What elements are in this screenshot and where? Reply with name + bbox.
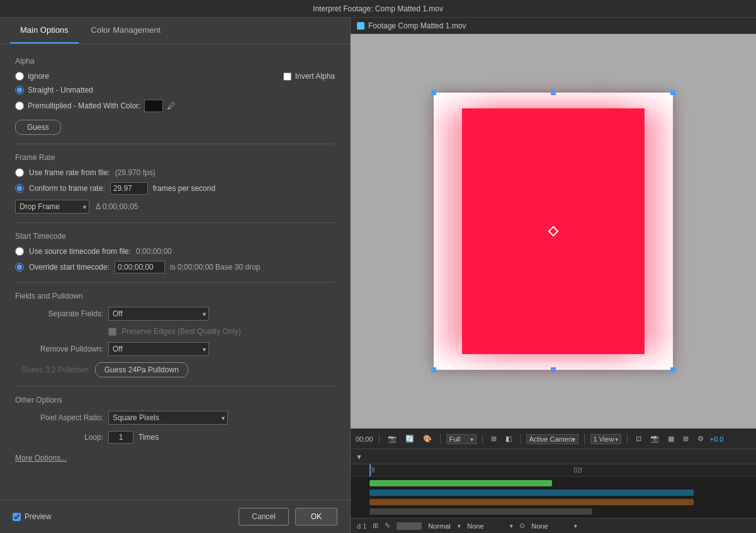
view-select[interactable]: 1 View 2 Views 4 Views	[590, 434, 621, 444]
separate-fields-label: Separate Fields:	[15, 309, 103, 318]
quality-select[interactable]: Full Half Third Quarter	[446, 434, 477, 444]
loop-label: Loop:	[15, 433, 103, 442]
override-timecode-input[interactable]	[115, 261, 165, 273]
override-radio[interactable]	[15, 263, 24, 272]
alpha-straight-radio[interactable]	[15, 86, 24, 95]
fields-heading: Fields and Pulldown	[15, 292, 335, 301]
preserve-edges-row: Preserve Edges (Best Quality Only)	[15, 327, 335, 336]
use-from-file-row: Use frame rate from file: (29.970 fps)	[15, 168, 335, 177]
override-timecode-row: Override start timecode: is 0;00;00;00 B…	[15, 261, 335, 273]
timeline-panel: ▼ 0f 02f	[351, 449, 756, 518]
grid-icon[interactable]: ⊞	[488, 433, 499, 444]
preserve-edges-label: Preserve Edges (Best Quality Only)	[121, 327, 240, 336]
fps-input[interactable]	[110, 182, 148, 195]
timeline-top-bar: ▼	[351, 449, 756, 464]
pulldown-buttons-row: Guess 3:2 Pulldown Guess 24Pa Pulldown	[15, 362, 335, 377]
timeline-ruler: 0f 02f	[351, 464, 756, 477]
handle-bottom-left	[431, 367, 436, 372]
track-row-1	[351, 479, 756, 488]
timecode-is-info: is 0;00;00;00 Base 30 drop	[170, 263, 260, 272]
guess-button[interactable]: Guess	[15, 120, 61, 135]
channels-icon[interactable]: ◧	[503, 433, 514, 444]
ctrl-sep-6	[627, 434, 628, 444]
start-timecode-heading: Start Timecode	[15, 232, 335, 241]
ctrl-sep-1	[379, 434, 380, 444]
loop-icon[interactable]: 🔄	[403, 433, 417, 444]
track-matte-2-wrapper: None Alpha Matte ▾	[531, 522, 577, 530]
invert-alpha-label: Invert Alpha	[295, 72, 335, 81]
drop-frame-select[interactable]: Drop Frame Non Drop Frame	[15, 200, 89, 214]
use-source-radio[interactable]	[15, 247, 24, 256]
alpha-premult-label: Premultiplied - Matted With Color:	[28, 101, 140, 110]
alpha-ignore-radio[interactable]	[15, 72, 24, 81]
status-circle-icon: ⊙	[519, 522, 525, 530]
tab-color-management[interactable]: Color Management	[81, 18, 171, 43]
title-bar: Interpret Footage: Comp Matted 1.mov	[0, 0, 756, 18]
alpha-ignore-label: Ignore	[28, 72, 49, 81]
pixel-aspect-select[interactable]: Square Pixels D1/DV NTSC (0.91) D1/DV PA…	[108, 411, 228, 425]
cancel-button[interactable]: Cancel	[239, 508, 288, 525]
alpha-ignore-row: Ignore Invert Alpha	[15, 72, 335, 81]
viewer-title-icon	[357, 22, 364, 30]
guess-24pa-button[interactable]: Guess 24Pa Pulldown	[95, 362, 188, 377]
use-from-file-radio[interactable]	[15, 168, 24, 177]
delta-text: Δ 0;00;00;05	[96, 202, 138, 211]
conform-label: Conform to frame rate:	[29, 184, 105, 193]
viewer-canvas	[351, 34, 756, 428]
tab-main-options[interactable]: Main Options	[10, 18, 79, 43]
status-icon-1: ⊞	[373, 522, 378, 530]
snapshot-icon[interactable]: 📸	[648, 433, 662, 444]
other-options-heading: Other Options	[15, 396, 335, 404]
alpha-heading: Alpha	[15, 57, 335, 66]
camera-icon[interactable]: 📷	[385, 433, 399, 444]
color-icon[interactable]: 🎨	[420, 433, 434, 444]
eyedropper-icon[interactable]: 🖊	[167, 101, 176, 111]
status-layer-id: d 1	[357, 522, 366, 530]
red-box	[462, 108, 645, 354]
drop-frame-dropdown-wrapper: Drop Frame Non Drop Frame ▾	[15, 200, 89, 214]
track-bar-2	[370, 490, 694, 496]
remove-pulldown-select[interactable]: Off 22.Pulldown 24Pa Pulldown	[108, 342, 209, 356]
timecode-display: 00;00	[356, 435, 373, 443]
color-swatch[interactable]	[144, 100, 163, 112]
track-matte-1-select[interactable]: None Alpha Matte	[467, 522, 513, 530]
comp-icon[interactable]: ⊞	[680, 433, 691, 444]
title-text: Interpret Footage: Comp Matted 1.mov	[313, 4, 443, 13]
dialog-panel: Main Options Color Management Alpha Igno…	[0, 18, 351, 533]
ctrl-sep-2	[440, 434, 441, 444]
track-bar-1	[370, 480, 552, 486]
viewer-title-bar: Footage Comp Matted 1.mov	[351, 18, 756, 34]
preview-check-row: Preview	[13, 512, 52, 521]
settings-icon[interactable]: ⚙	[695, 433, 706, 444]
frames-per-second-label: frames per second	[153, 184, 215, 193]
active-camera-select[interactable]: Active Camera	[526, 434, 578, 444]
track-bar-3	[370, 499, 694, 505]
remove-pulldown-dropdown-wrapper: Off 22.Pulldown 24Pa Pulldown ▾	[108, 342, 209, 356]
ok-button[interactable]: OK	[295, 508, 337, 525]
preserve-edges-checkbox[interactable]	[108, 328, 116, 336]
separate-fields-select[interactable]: Off Upper Field First Lower Field First	[108, 307, 209, 321]
dialog-footer: Preview Cancel OK	[0, 500, 350, 533]
view-dropdown-wrapper: 1 View 2 Views 4 Views	[590, 434, 621, 444]
more-options-link[interactable]: More Options...	[15, 454, 67, 462]
render-icon[interactable]: ▦	[665, 433, 677, 444]
fps-value: (29.970 fps)	[115, 168, 155, 177]
guess-32-label: Guess 3:2 Pulldown	[21, 365, 89, 374]
fit-icon[interactable]: ⊡	[633, 433, 644, 444]
preview-label: Preview	[25, 512, 52, 521]
use-source-label: Use source timecode from file:	[29, 247, 131, 256]
blend-mode-select[interactable]: Normal Multiply Screen	[428, 522, 461, 530]
alpha-straight-row: Straight - Unmatted	[15, 86, 335, 95]
loop-input[interactable]	[108, 431, 133, 444]
track-matte-2-select[interactable]: None Alpha Matte	[531, 522, 577, 530]
conform-radio[interactable]	[15, 184, 24, 193]
preview-checkbox[interactable]	[13, 513, 21, 521]
invert-alpha-checkbox[interactable]	[283, 72, 291, 81]
timeline-collapse-icon: ▼	[356, 453, 363, 461]
handle-top-left	[431, 90, 436, 95]
handle-bottom-right	[670, 367, 675, 372]
timeline-tracks	[351, 477, 756, 518]
track-bar-4	[370, 508, 592, 515]
ctrl-sep-3	[482, 434, 483, 444]
alpha-premult-radio[interactable]	[15, 101, 24, 110]
